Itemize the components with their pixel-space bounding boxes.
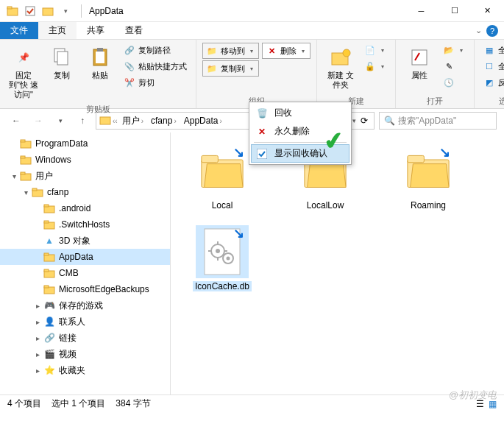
selectall-icon: ▦ [483,44,495,56]
qat-dropdown-icon[interactable]: ▾ [57,3,74,19]
svg-rect-2 [26,7,35,15]
file-item-iconcache-db[interactable]: ↘IconCache.db [185,225,259,291]
copy-button[interactable]: 复制 [44,43,79,83]
tab-file[interactable]: 文件 [0,22,38,39]
open-button[interactable]: 📂▾ [440,43,468,57]
copyto-icon: 📁 [206,63,218,74]
paste-button[interactable]: 粘贴 [82,43,118,83]
crumb-appdata[interactable]: AppData› [181,116,225,126]
open-icon: 📂 [443,44,455,56]
tree-item-3d-[interactable]: ▲3D 对象 [0,233,170,249]
new-item-button[interactable]: 📄▾ [361,43,389,57]
copy-to-button[interactable]: 📁复制到▾ [202,60,259,77]
file-item-local[interactable]: ↘Local [185,144,259,210]
svg-point-10 [343,49,350,57]
folder-tree[interactable]: ProgramDataWindows▾用户▾cfanp.android.Swit… [0,132,171,395]
copy-icon [50,46,74,69]
minimize-button[interactable]: ─ [405,0,438,22]
move-to-button[interactable]: 📁移动到▾ [202,43,259,59]
svg-marker-37 [308,164,347,188]
status-size: 384 字节 [116,397,150,410]
crumb-users[interactable]: 用户› [119,115,146,127]
tab-home[interactable]: 主页 [38,22,77,39]
status-count: 4 个项目 [7,397,41,410]
tree-item-programdata[interactable]: ProgramData [0,135,170,152]
folder-icon [43,266,56,280]
tree-item-cmb[interactable]: CMB [0,265,170,281]
shortcut-overlay-icon: ↘ [233,225,244,241]
maximize-button[interactable]: ☐ [438,0,471,22]
menu-recycle[interactable]: 🗑️ 回收 [251,104,349,122]
window-title: AppData [85,6,405,16]
svg-rect-8 [97,48,103,52]
games-icon: 🎮 [43,299,56,312]
breadcrumb-dropdown-icon[interactable]: ▾ [352,117,356,124]
newitem-icon: 📄 [364,44,376,56]
svg-rect-13 [100,117,110,124]
svg-rect-19 [21,172,25,174]
open-group-label: 打开 [402,94,468,107]
select-all-button[interactable]: ▦全部选择 [480,43,504,57]
tree-item--[interactable]: ▸🎬视频 [0,346,170,362]
svg-marker-34 [205,164,244,188]
svg-rect-23 [44,205,49,207]
checkbox-checked-icon [255,148,269,160]
tree-item--[interactable]: ▸🎮保存的游戏 [0,297,170,314]
search-icon: 🔍 [384,116,395,126]
tree-item--[interactable]: ▾用户 [0,168,170,184]
copy-path-button[interactable]: 🔗复制路径 [121,43,190,57]
crumb-cfanp[interactable]: cfanp› [148,116,180,126]
tree-item--[interactable]: ▸⭐收藏夹 [0,362,170,378]
refresh-icon[interactable]: ⟳ [358,116,371,126]
tree-item--[interactable]: ▸🔗链接 [0,330,170,346]
tree-item--[interactable]: ▸👤联系人 [0,314,170,330]
qat-folder-icon[interactable] [40,3,56,19]
3d-icon: ▲ [43,234,56,247]
clipboard-group-label: 剪贴板 [6,102,190,115]
svg-rect-33 [202,155,219,162]
easy-access-button[interactable]: 🔓▾ [361,59,389,74]
svg-rect-3 [43,8,53,15]
svg-marker-40 [411,164,450,188]
folder-icon [43,202,56,215]
help-icon[interactable]: ? [486,25,498,37]
moveto-icon: 📁 [206,45,218,57]
svg-rect-21 [32,188,37,191]
new-folder-icon [329,46,352,69]
svg-rect-7 [96,52,104,63]
tree-item--switchhosts[interactable]: .SwitchHosts [0,216,170,233]
tab-share[interactable]: 共享 [77,22,115,39]
tree-item--android[interactable]: .android [0,200,170,216]
history-button[interactable]: 🕓 [440,75,468,90]
easy-icon: 🔓 [364,60,376,72]
svg-point-45 [227,257,230,261]
qat-checkbox-icon[interactable] [22,3,38,19]
ribbon-collapse-icon[interactable]: ⌄ [475,26,482,35]
tree-item-cfanp[interactable]: ▾cfanp [0,184,170,200]
search-input[interactable]: 🔍 搜索"AppData" [379,112,497,130]
select-none-button[interactable]: ☐全部取消 [480,59,504,74]
edit-button[interactable]: ✎ [440,59,468,74]
new-folder-button[interactable]: 新建 文件夹 [323,43,358,93]
pin-quickaccess-button[interactable]: 📌 固定到"快 速访问" [6,43,41,102]
properties-button[interactable]: 属性 [402,43,437,83]
file-item-roaming[interactable]: ↘Roaming [391,144,465,210]
folder-icon [43,250,56,263]
cut-button[interactable]: ✂️剪切 [121,75,190,90]
pin-icon: 📌 [12,46,35,69]
tab-view[interactable]: 查看 [115,22,153,39]
file-list[interactable]: ↘Local↘LocalLow↘Roaming↘IconCache.db [171,132,504,395]
close-button[interactable]: ✕ [471,0,504,22]
tree-item-appdata[interactable]: AppData [0,249,170,265]
recycle-icon: 🗑️ [255,107,269,119]
delete-button[interactable]: ✕删除▾ [262,43,310,59]
folder-icon [31,185,44,199]
history-icon: 🕓 [443,77,455,88]
paste-shortcut-button[interactable]: 📎粘贴快捷方式 [121,59,190,74]
annotation-checkmark-icon: ✔ [322,125,345,155]
tree-item-windows[interactable]: Windows [0,152,170,168]
invert-selection-button[interactable]: ◩反向选择 [480,75,504,90]
tree-item-microsoftedgebackups[interactable]: MicrosoftEdgeBackups [0,281,170,297]
folder-icon [4,3,21,19]
select-group-label: 选择 [480,94,504,107]
